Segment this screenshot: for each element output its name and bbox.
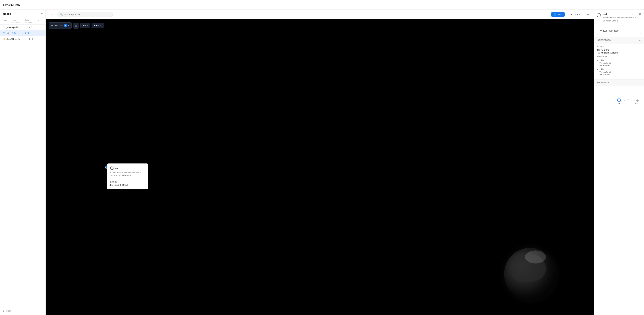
- col-used: Used Interfaces: [12, 19, 25, 23]
- interfaces-section-header[interactable]: INTERFACES ▲: [594, 37, 644, 44]
- topology-section-title: TOPOLOGY: [597, 82, 609, 84]
- node-name-sat: sat: [3, 32, 12, 35]
- node-used-sat: 0 %: [12, 32, 25, 35]
- col-sort[interactable]: ↑: [38, 19, 42, 23]
- node-name-gateway: gateway: [3, 26, 14, 29]
- search-input[interactable]: [64, 13, 110, 16]
- link-status-dot-1: [597, 69, 598, 70]
- link-1-rx: Rx: X-Band: [600, 73, 641, 76]
- topology-user-node: use...t: [635, 100, 640, 105]
- table-row[interactable]: use...ter... 0 % 1 / 1: [0, 36, 46, 42]
- nodes-dropdown-icon[interactable]: ▾: [42, 13, 42, 15]
- page-next-btn[interactable]: ›: [36, 309, 38, 313]
- wireless-link-item-1: LINK Tx: Ku-Band Rx: X-Band: [597, 68, 641, 76]
- interfaces-content: BANDS Tx: Ku-Band Rx: Ku-Band,X-Band WIR…: [594, 44, 644, 79]
- panel-close-button[interactable]: ✕: [638, 12, 642, 16]
- edit-interfaces-button[interactable]: ✏ Edit interfaces: [597, 28, 641, 34]
- tooltip-node-desc: GEO Satellite, last updated Mar 5, 2023,…: [110, 171, 145, 177]
- main-layout: Nodes ▾ Node Used Interfaces Active Inte…: [0, 10, 644, 315]
- bands-rx: Rx: Ku-Band,X-Band: [597, 52, 641, 54]
- topo-sat-circle: [617, 98, 621, 102]
- link-1-tx: Tx: Ku-Band: [600, 71, 641, 73]
- earth-globe: [504, 248, 556, 300]
- layers-icon: ⧉: [51, 24, 53, 27]
- earth-chevron-icon: ▾: [100, 25, 102, 27]
- page-prev-btn[interactable]: ‹: [33, 309, 35, 313]
- 3d-chevron-icon: ▾: [87, 25, 88, 27]
- tooltip-header: sat: [110, 166, 145, 170]
- topology-content: sat use...t: [594, 86, 644, 108]
- toolbar-menu-button[interactable]: ≡: [586, 12, 591, 17]
- content-area: ← 🔍 🌐 Map ✦ Graph ≡ ⧉ Overlays: [46, 10, 594, 315]
- pagination-controls: ⟪ ‹ › ⟫: [28, 309, 42, 313]
- view-3d-button[interactable]: 3D ▾: [80, 23, 90, 28]
- interfaces-chevron-icon: ▲: [639, 39, 641, 42]
- link-0-tx: Tx: Ku-Band: [600, 62, 641, 64]
- node-active-userterminal: 1 / 1: [29, 38, 42, 40]
- graph-icon: ✦: [570, 13, 572, 16]
- wireless-link-row-1: LINK: [597, 68, 641, 71]
- home-button[interactable]: ⌂: [73, 23, 79, 29]
- node-used-userterminal: 0 %: [16, 38, 29, 40]
- right-panel: sat GEO Satellite, last updated Mar 5, 2…: [594, 10, 644, 315]
- page-last-btn[interactable]: ⟫: [40, 309, 42, 313]
- tooltip-node-circle: [110, 166, 114, 170]
- map-view: ⧉ Overlays 1 ▾ ⌂ 3D ▾ Earth ▾: [46, 20, 594, 315]
- tooltip-divider: [110, 179, 145, 179]
- sidebar-header: Nodes ▾: [0, 10, 46, 18]
- edit-icon: ✏: [600, 29, 602, 32]
- tooltip-bands-label: BANDS: [110, 181, 145, 183]
- nodes-table-header: Node Used Interfaces Active Interfaces ↑: [0, 18, 46, 25]
- map-icon: 🌐: [554, 13, 556, 16]
- topology-section-header[interactable]: TOPOLOGY ▲: [594, 79, 644, 86]
- panel-next-button[interactable]: ›: [635, 12, 637, 16]
- map-tooltip-popup: sat GEO Satellite, last updated Mar 5, 2…: [107, 163, 148, 189]
- tooltip-bands-value: Ku-Band, X-Band: [110, 184, 145, 186]
- nodes-table: Node Used Interfaces Active Interfaces ↑…: [0, 18, 46, 306]
- panel-node-circle: [597, 13, 601, 17]
- panel-header: sat GEO Satellite, last updated Mar 5, 2…: [594, 10, 644, 25]
- node-used-gateway: 0 %: [14, 26, 28, 29]
- col-active: Active Interfaces: [25, 19, 38, 23]
- node-status-icon-sat: [3, 32, 5, 34]
- map-toolbar: ← 🔍 🌐 Map ✦ Graph ≡: [46, 10, 594, 20]
- tooltip-title-block: sat: [115, 167, 118, 170]
- map-view-button[interactable]: 🌐 Map: [550, 12, 565, 17]
- page-first-btn[interactable]: ⟪: [28, 309, 32, 313]
- panel-prev-button[interactable]: ‹: [632, 12, 634, 16]
- topo-sat-label: sat: [618, 102, 620, 105]
- earth-button[interactable]: Earth ▾: [92, 23, 104, 28]
- sidebar-title: Nodes: [3, 12, 42, 15]
- topbar: SPACETIME: [0, 0, 644, 10]
- table-row[interactable]: gateway 0 % 2 / 2: [0, 25, 46, 31]
- overlays-count-badge: 1: [64, 24, 67, 27]
- wireless-label: WIRELESS: [597, 56, 641, 58]
- logo: SPACETIME: [3, 3, 20, 6]
- globe-container: [504, 248, 556, 300]
- sidebar: Nodes ▾ Node Used Interfaces Active Inte…: [0, 10, 46, 315]
- link-0-rx: Rx: Ku-Band: [600, 64, 641, 67]
- graph-view-button[interactable]: ✦ Graph: [568, 12, 584, 17]
- col-node: Node: [3, 19, 12, 23]
- map-controls: ⧉ Overlays 1 ▾ ⌂ 3D ▾ Earth ▾: [49, 23, 104, 29]
- topology-chevron-icon: ▲: [639, 81, 641, 84]
- node-active-gateway: 2 / 2: [28, 26, 40, 29]
- table-row[interactable]: sat 0 % 2 / 2: [0, 31, 46, 36]
- search-icon: 🔍: [60, 13, 63, 16]
- node-status-icon-userterminal: [3, 38, 5, 40]
- panel-nav: ‹ › ✕: [632, 12, 642, 16]
- sidebar-footer: 1 – 3 of 3 ⟪ ‹ › ⟫: [0, 306, 46, 315]
- search-box: 🔍: [57, 12, 113, 17]
- topo-user-circle: [636, 100, 638, 102]
- panel-node-desc: GEO Satellite, last updated Mar 5, 2023,…: [603, 16, 641, 22]
- back-button[interactable]: ←: [49, 12, 55, 17]
- node-name-userterminal: use...ter...: [3, 38, 16, 40]
- overlays-button[interactable]: ⧉ Overlays 1 ▾: [49, 23, 72, 29]
- bands-label: BANDS: [597, 46, 641, 48]
- wireless-link-row-0: LINK: [597, 59, 641, 62]
- link-status-dot-0: [597, 60, 598, 61]
- node-status-icon-gateway: [3, 27, 5, 28]
- interfaces-section-title: INTERFACES: [597, 39, 611, 41]
- bands-tx: Tx: Ku-Band: [597, 49, 641, 51]
- overlays-chevron-icon: ▾: [68, 25, 69, 27]
